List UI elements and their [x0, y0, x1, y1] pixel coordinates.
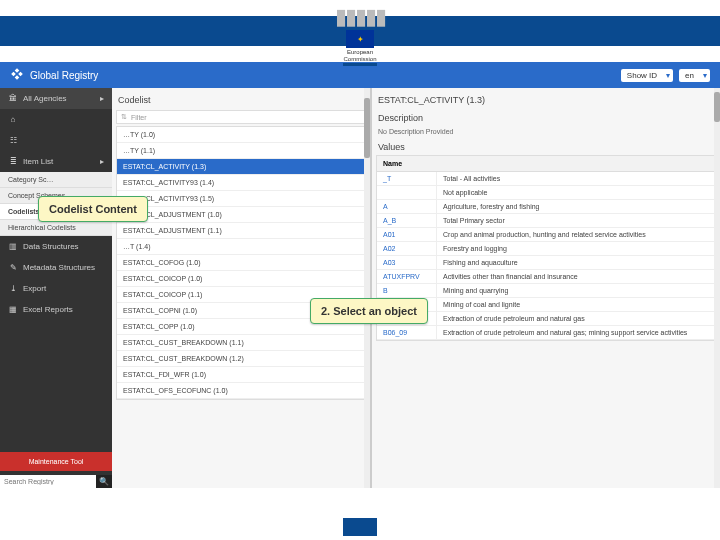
table-row[interactable]: Not applicable	[377, 186, 715, 200]
ec-text-2: Commission	[335, 56, 385, 62]
value-name: Fishing and aquaculture	[437, 256, 715, 269]
list-item[interactable]: ESTAT:CL_CUST_BREAKDOWN (1.1)	[117, 335, 365, 351]
value-id: A01	[377, 228, 437, 241]
right-scrollbar[interactable]	[714, 88, 720, 488]
footer-flag	[343, 518, 377, 536]
sidebar-icon: ⌂	[8, 115, 18, 124]
value-name: Extraction of crude petroleum and natura…	[437, 312, 715, 325]
table-row[interactable]: B06_09Extraction of crude petroleum and …	[377, 326, 715, 340]
list-item[interactable]: ESTAT:CL_ADJUSTMENT (1.0)	[117, 207, 365, 223]
list-item[interactable]: ESTAT:CL_ADJUSTMENT (1.1)	[117, 223, 365, 239]
eu-flag-icon	[346, 30, 374, 48]
sidebar-icon: ☷	[8, 136, 18, 145]
sidebar-label: Item List	[23, 157, 53, 166]
sidebar-label: Excel Reports	[23, 305, 73, 314]
sidebar-item[interactable]: ▥Data Structures	[0, 236, 112, 257]
filter-icon: ⇅	[121, 113, 127, 121]
table-row[interactable]: _TTotal - All activities	[377, 172, 715, 186]
description-heading: Description	[376, 110, 716, 126]
sidebar-label: Data Structures	[23, 242, 79, 251]
list-item[interactable]: ESTAT:CL_COFOG (1.0)	[117, 255, 365, 271]
list-item[interactable]: ESTAT:CL_COICOP (1.0)	[117, 271, 365, 287]
codelist-list: …TY (1.0)…TY (1.1)ESTAT:CL_ACTIVITY (1.3…	[116, 126, 366, 400]
value-name: Total - All activities	[437, 172, 715, 185]
sidebar-item[interactable]: ✎Metadata Structures	[0, 257, 112, 278]
value-name: Crop and animal production, hunting and …	[437, 228, 715, 241]
sidebar-icon: ▦	[8, 305, 18, 314]
sidebar-label: All Agencies	[23, 94, 67, 103]
value-id: A	[377, 200, 437, 213]
description-text: No Description Provided	[376, 126, 716, 137]
sidebar-label: Metadata Structures	[23, 263, 95, 272]
values-header: Name	[377, 156, 715, 172]
sidebar-subitem[interactable]: Hierarchical Codelists	[0, 220, 112, 236]
lang-select[interactable]: en	[679, 69, 710, 82]
maintenance-button[interactable]: Maintenance Tool	[0, 452, 112, 471]
registry-icon	[10, 67, 24, 83]
value-name: Not applicable	[437, 186, 715, 199]
table-row[interactable]: A_BTotal Primary sector	[377, 214, 715, 228]
detail-panel: ESTAT:CL_ACTIVITY (1.3) Description No D…	[372, 88, 720, 488]
mid-scrollbar[interactable]	[364, 88, 370, 488]
sidebar-subitem[interactable]: Category Sc…	[0, 172, 112, 188]
header: ▮▮▮▮▮ European Commission	[0, 0, 720, 62]
value-id: B06_09	[377, 326, 437, 339]
table-row[interactable]: ATUXFPRVActivities other than financial …	[377, 270, 715, 284]
value-id: _T	[377, 172, 437, 185]
value-id: B	[377, 284, 437, 297]
building-icon: ▮▮▮▮▮	[335, 4, 385, 30]
search-input[interactable]	[0, 475, 96, 488]
list-item[interactable]: ESTAT:CL_ACTIVITY (1.3)	[117, 159, 365, 175]
sidebar-label: Export	[23, 284, 46, 293]
value-id: ATUXFPRV	[377, 270, 437, 283]
ec-logo: ▮▮▮▮▮ European Commission	[335, 4, 385, 67]
list-item[interactable]: ESTAT:CL_ACTIVITY93 (1.5)	[117, 191, 365, 207]
codelist-panel: Codelist ⇅ Filter …TY (1.0)…TY (1.1)ESTA…	[112, 88, 372, 488]
filter-placeholder: Filter	[131, 114, 147, 121]
sidebar-item[interactable]: ⤓Export	[0, 278, 112, 299]
list-item[interactable]: ESTAT:CL_FDI_WFR (1.0)	[117, 367, 365, 383]
codelist-title: Codelist	[116, 92, 366, 108]
detail-title: ESTAT:CL_ACTIVITY (1.3)	[376, 92, 716, 108]
sidebar-icon: ▥	[8, 242, 18, 251]
sidebar-search: 🔍	[0, 475, 112, 488]
sidebar-item[interactable]: ▦Excel Reports	[0, 299, 112, 320]
value-name: Extraction of crude petroleum and natura…	[437, 326, 715, 339]
sidebar-item[interactable]: 🏛All Agencies▸	[0, 88, 112, 109]
value-name: Total Primary sector	[437, 214, 715, 227]
list-item[interactable]: ESTAT:CL_OFS_ECOFUNC (1.0)	[117, 383, 365, 399]
table-row[interactable]: A03Fishing and aquaculture	[377, 256, 715, 270]
value-name: Forestry and logging	[437, 242, 715, 255]
search-button[interactable]: 🔍	[96, 475, 112, 488]
table-row[interactable]: AAgriculture, forestry and fishing	[377, 200, 715, 214]
sidebar-item[interactable]: ≣Item List▸	[0, 151, 112, 172]
main-area: 🏛All Agencies▸⌂☷≣Item List▸ Category Sc……	[0, 88, 720, 488]
table-row[interactable]: A01Crop and animal production, hunting a…	[377, 228, 715, 242]
sidebar-item[interactable]: ⌂	[0, 109, 112, 130]
value-id: A03	[377, 256, 437, 269]
filter-box[interactable]: ⇅ Filter	[116, 110, 366, 124]
callout-select-object: 2. Select an object	[310, 298, 428, 324]
sidebar-icon: ⤓	[8, 284, 18, 293]
list-item[interactable]: …T (1.4)	[117, 239, 365, 255]
list-item[interactable]: …TY (1.1)	[117, 143, 365, 159]
callout-codelist-content: Codelist Content	[38, 196, 148, 222]
value-name: Mining and quarrying	[437, 284, 715, 297]
ec-text-1: European	[335, 49, 385, 55]
app-title: Global Registry	[30, 70, 98, 81]
table-row[interactable]: BMining and quarrying	[377, 284, 715, 298]
showid-select[interactable]: Show ID	[621, 69, 673, 82]
ec-underline	[343, 63, 377, 66]
sidebar-item[interactable]: ☷	[0, 130, 112, 151]
value-id	[377, 186, 437, 199]
list-item[interactable]: ESTAT:CL_CUST_BREAKDOWN (1.2)	[117, 351, 365, 367]
sidebar: 🏛All Agencies▸⌂☷≣Item List▸ Category Sc……	[0, 88, 112, 488]
value-name: Activities other than financial and insu…	[437, 270, 715, 283]
values-heading: Values	[376, 139, 716, 155]
value-name: Agriculture, forestry and fishing	[437, 200, 715, 213]
table-row[interactable]: A02Forestry and logging	[377, 242, 715, 256]
sidebar-icon: ✎	[8, 263, 18, 272]
sidebar-icon: 🏛	[8, 94, 18, 103]
list-item[interactable]: …TY (1.0)	[117, 127, 365, 143]
list-item[interactable]: ESTAT:CL_ACTIVITY93 (1.4)	[117, 175, 365, 191]
